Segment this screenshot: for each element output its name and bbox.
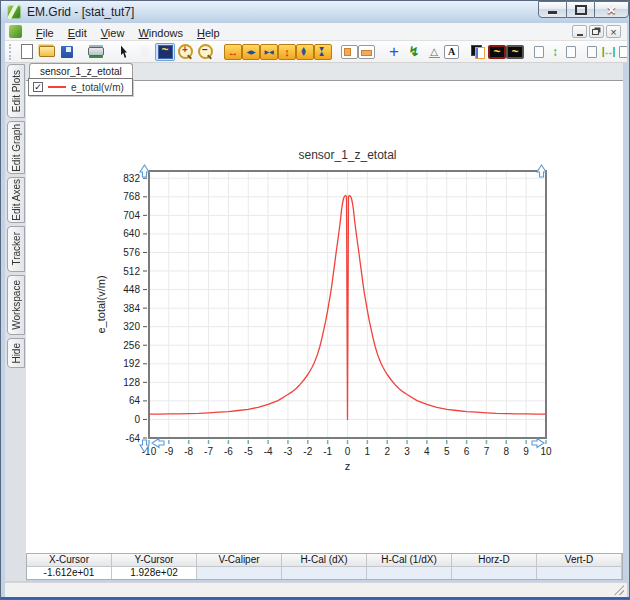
- y-tick-label: 320: [123, 321, 140, 332]
- x-tick-label: 2: [384, 446, 390, 457]
- crosshair-marker-icon[interactable]: [384, 43, 404, 61]
- tracker-header-h-cal-1-dx-[interactable]: H-Cal (1/dX): [367, 554, 452, 567]
- sync-h-check-left-icon[interactable]: [586, 43, 598, 61]
- zoom-out-tool-icon[interactable]: [195, 43, 215, 61]
- legend-checkbox[interactable]: [33, 82, 43, 92]
- menu-edit[interactable]: Edit: [61, 25, 94, 41]
- zoom-in-tool-icon[interactable]: [175, 43, 195, 61]
- tracker-value-cell: 1.928e+02: [112, 567, 197, 580]
- tracker-value-cell: [452, 567, 537, 580]
- tracker-header-v-caliper[interactable]: V-Caliper: [197, 554, 282, 567]
- maximize-button[interactable]: [567, 1, 594, 18]
- delta-marker-icon[interactable]: [424, 43, 444, 61]
- close-button[interactable]: [594, 1, 629, 18]
- plot-client-area: e_total(v/m) -10-9-8-7-6-5-4-3-2-1012345…: [26, 81, 623, 553]
- y-tick-label: 512: [123, 266, 140, 277]
- x-tick-label: -5: [244, 446, 253, 457]
- compress-y-icon[interactable]: [314, 44, 332, 60]
- y-tick-label: 64: [129, 395, 141, 406]
- x-tick-label: 9: [523, 446, 529, 457]
- side-tab-tracker[interactable]: Tracker: [7, 226, 25, 272]
- title-bar[interactable]: EM.Grid - [stat_tut7]: [1, 1, 630, 23]
- x-axis-label: z: [345, 460, 351, 472]
- tracker-header-h-cal-dx-[interactable]: H-Cal (dX): [282, 554, 367, 567]
- pointer-tool-icon[interactable]: [115, 43, 135, 61]
- legend-box: e_total(v/m): [28, 78, 133, 96]
- save-file-icon[interactable]: [57, 43, 77, 61]
- menu-view[interactable]: View: [94, 25, 132, 41]
- x-tick-label: -3: [283, 446, 292, 457]
- y-tick-label: 768: [123, 191, 140, 202]
- expand-y-icon[interactable]: [278, 44, 296, 60]
- menu-file[interactable]: File: [29, 25, 61, 41]
- y-tick-label: 128: [123, 377, 140, 388]
- legend-label: e_total(v/m): [71, 82, 124, 93]
- split-horizontal-icon[interactable]: [358, 45, 375, 59]
- side-tab-edit-axes[interactable]: Edit Axes: [7, 177, 25, 223]
- axis-handle-up[interactable]: [537, 165, 546, 177]
- x-tick-label: 6: [464, 446, 470, 457]
- x-tick-label: -8: [184, 446, 193, 457]
- sync-v-check-left-icon[interactable]: [533, 43, 545, 61]
- axes-marker-icon[interactable]: [404, 43, 424, 61]
- sync-h-check-right-icon[interactable]: [618, 43, 627, 61]
- plot-window-icon[interactable]: [506, 45, 524, 59]
- mdi-window-buttons: [572, 25, 621, 38]
- sync-v-check-right-icon[interactable]: [565, 43, 577, 61]
- resize-grip[interactable]: [614, 585, 624, 595]
- tracker-value-cell: [537, 567, 622, 580]
- tracker-header-horz-d[interactable]: Horz-D: [452, 554, 537, 567]
- text-annotation-icon[interactable]: [444, 45, 459, 59]
- side-tab-workspace[interactable]: Workspace: [7, 275, 25, 335]
- pan-tool-icon[interactable]: [135, 43, 155, 61]
- tracker-value-cell: [367, 567, 452, 580]
- mdi-minimize-button[interactable]: [572, 25, 587, 38]
- menu-windows[interactable]: Windows: [131, 25, 190, 41]
- tracker-header-row: X-CursorY-CursorV-CaliperH-Cal (dX)H-Cal…: [27, 554, 622, 567]
- split-vertical-icon[interactable]: [341, 45, 358, 59]
- tracker-header-y-cursor[interactable]: Y-Cursor: [112, 554, 197, 567]
- chart-title: sensor_1_z_etotal: [298, 148, 396, 162]
- toolbar-grip[interactable]: [9, 44, 11, 60]
- window-buttons: [538, 1, 629, 18]
- center-y-icon[interactable]: [296, 44, 314, 60]
- new-document-icon[interactable]: [17, 43, 37, 61]
- copy-plot-icon[interactable]: [468, 43, 488, 61]
- tracker-header-vert-d[interactable]: Vert-D: [537, 554, 622, 567]
- sync-horizontal-icon[interactable]: [598, 43, 618, 61]
- side-tab-hide[interactable]: Hide: [7, 338, 25, 368]
- mdi-child-icon[interactable]: [9, 25, 22, 38]
- sync-vertical-icon[interactable]: [545, 43, 565, 61]
- x-tick-label: -6: [224, 446, 233, 457]
- side-tab-label: Edit Graph: [11, 124, 22, 172]
- y-tick-label: 576: [123, 247, 140, 258]
- menu-help[interactable]: Help: [190, 25, 227, 41]
- tracker-value-cell: [282, 567, 367, 580]
- zoom-region-tool-icon[interactable]: [155, 43, 175, 61]
- y-axis-label: e_total(v/m): [95, 275, 107, 333]
- expand-x-icon[interactable]: [224, 44, 242, 60]
- x-tick-label: 4: [424, 446, 430, 457]
- toolbar: Layout: [5, 41, 627, 63]
- side-tab-edit-graph[interactable]: Edit Graph: [7, 121, 25, 174]
- x-tick-label: 3: [404, 446, 410, 457]
- minimize-button[interactable]: [538, 1, 567, 18]
- mdi-close-button[interactable]: [606, 25, 621, 38]
- side-tab-label: Workspace: [11, 280, 22, 330]
- compress-x-icon[interactable]: [260, 44, 278, 60]
- x-tick-label: 7: [484, 446, 490, 457]
- y-tick-label: 640: [123, 228, 140, 239]
- y-tick-label: 704: [123, 210, 140, 221]
- y-tick-label: 448: [123, 284, 140, 295]
- tracker-header-x-cursor[interactable]: X-Cursor: [27, 554, 112, 567]
- mdi-restore-button[interactable]: [589, 25, 604, 38]
- print-icon[interactable]: [86, 43, 106, 61]
- side-tab-label: Edit Axes: [11, 179, 22, 221]
- center-x-icon[interactable]: [242, 44, 260, 60]
- plot-window-red-icon[interactable]: [488, 45, 506, 59]
- status-bar: [5, 582, 627, 597]
- side-tab-edit-plots[interactable]: Edit Plots: [7, 64, 25, 118]
- open-file-icon[interactable]: [37, 43, 57, 61]
- axis-handle-up[interactable]: [140, 165, 149, 177]
- y-tick-label: 192: [123, 358, 140, 369]
